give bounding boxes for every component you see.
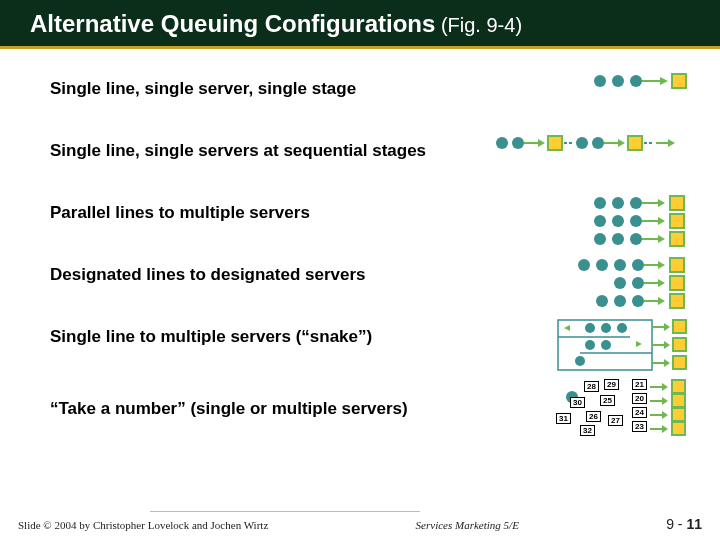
config-label: Single line, single server, single stage	[50, 79, 490, 99]
svg-point-13	[592, 137, 604, 149]
svg-marker-48	[658, 279, 665, 287]
svg-marker-60	[636, 341, 642, 347]
config-row: Parallel lines to multiple servers	[50, 193, 690, 233]
svg-marker-43	[658, 261, 665, 269]
svg-rect-49	[670, 276, 684, 290]
config-row: “Take a number” (single or multiple serv…	[50, 379, 690, 439]
svg-rect-85	[672, 408, 685, 421]
config-diagram	[500, 69, 690, 109]
svg-point-64	[585, 340, 595, 350]
svg-point-20	[594, 197, 606, 209]
slide-body: Single line, single server, single stage…	[0, 49, 720, 439]
svg-marker-84	[662, 411, 668, 419]
svg-rect-16	[628, 136, 642, 150]
svg-point-66	[575, 356, 585, 366]
svg-rect-44	[670, 258, 684, 272]
svg-point-33	[612, 233, 624, 245]
config-row: Designated lines to designated servers	[50, 255, 690, 295]
ticket-number: 25	[600, 395, 615, 406]
svg-point-28	[630, 215, 642, 227]
svg-point-41	[632, 259, 644, 271]
svg-point-12	[576, 137, 588, 149]
slide-header: Alternative Queuing Configurations (Fig.…	[0, 0, 720, 49]
ticket-number: 27	[608, 415, 623, 426]
svg-rect-31	[670, 214, 684, 228]
svg-marker-78	[662, 383, 668, 391]
config-diagram	[500, 317, 690, 357]
svg-point-1	[612, 75, 624, 87]
footer-book: Services Marketing 5/E	[416, 519, 519, 531]
svg-point-61	[585, 323, 595, 333]
svg-point-2	[630, 75, 642, 87]
svg-marker-59	[564, 325, 570, 331]
svg-point-46	[632, 277, 644, 289]
slide-title: Alternative Queuing Configurations (Fig.…	[0, 10, 720, 38]
config-label: “Take a number” (single or multiple serv…	[50, 399, 490, 419]
ticket-number: 21	[632, 379, 647, 390]
svg-rect-82	[672, 394, 685, 407]
svg-marker-15	[618, 139, 625, 147]
config-label: Single line to multiple servers (“snake”…	[50, 327, 490, 347]
svg-point-65	[601, 340, 611, 350]
ticket-number: 30	[570, 397, 585, 408]
svg-rect-37	[670, 232, 684, 246]
svg-point-45	[614, 277, 626, 289]
svg-point-39	[596, 259, 608, 271]
svg-point-50	[596, 295, 608, 307]
config-diagram	[490, 131, 690, 171]
svg-marker-54	[658, 297, 665, 305]
ticket-number: 29	[604, 379, 619, 390]
svg-marker-30	[658, 217, 665, 225]
svg-rect-69	[673, 320, 686, 333]
svg-rect-10	[548, 136, 562, 150]
svg-rect-72	[673, 338, 686, 351]
svg-point-21	[612, 197, 624, 209]
svg-point-26	[594, 215, 606, 227]
config-label: Parallel lines to multiple servers	[50, 203, 490, 223]
ticket-number: 20	[632, 393, 647, 404]
ticket-number: 24	[632, 407, 647, 418]
svg-marker-19	[668, 139, 675, 147]
svg-marker-24	[658, 199, 665, 207]
svg-point-38	[578, 259, 590, 271]
config-label: Designated lines to designated servers	[50, 265, 490, 285]
svg-point-6	[496, 137, 508, 149]
svg-point-40	[614, 259, 626, 271]
svg-rect-25	[670, 196, 684, 210]
footer: Slide © 2004 by Christopher Lovelock and…	[18, 516, 702, 532]
ticket-number: 26	[586, 411, 601, 422]
config-row: Single line to multiple servers (“snake”…	[50, 317, 690, 357]
svg-point-22	[630, 197, 642, 209]
config-row: Single line, single servers at sequentia…	[50, 131, 690, 171]
svg-marker-74	[664, 359, 670, 367]
ticket-number: 28	[584, 381, 599, 392]
svg-point-34	[630, 233, 642, 245]
svg-rect-5	[672, 74, 686, 88]
svg-point-51	[614, 295, 626, 307]
svg-rect-88	[672, 422, 685, 435]
svg-point-52	[632, 295, 644, 307]
ticket-number: 32	[580, 425, 595, 436]
svg-marker-4	[660, 77, 668, 85]
ticket-number: 23	[632, 421, 647, 432]
svg-point-63	[617, 323, 627, 333]
svg-marker-71	[664, 341, 670, 349]
svg-point-27	[612, 215, 624, 227]
ticket-number: 31	[556, 413, 571, 424]
footer-pagenum: 11	[686, 516, 702, 532]
title-main: Alternative Queuing Configurations	[30, 10, 435, 37]
svg-marker-68	[664, 323, 670, 331]
svg-marker-36	[658, 235, 665, 243]
svg-rect-55	[670, 294, 684, 308]
svg-point-32	[594, 233, 606, 245]
svg-rect-75	[673, 356, 686, 369]
config-label: Single line, single servers at sequentia…	[50, 141, 490, 161]
svg-marker-9	[538, 139, 545, 147]
config-diagram: 28 29 30 25 31 26 32 27 21 20 24 23	[500, 379, 690, 439]
config-row: Single line, single server, single stage	[50, 69, 690, 109]
svg-marker-81	[662, 397, 668, 405]
footer-copyright: Slide © 2004 by Christopher Lovelock and…	[18, 519, 268, 531]
title-suffix: (Fig. 9-4)	[435, 14, 522, 36]
svg-point-7	[512, 137, 524, 149]
footer-chapter: 9 -	[666, 516, 686, 532]
